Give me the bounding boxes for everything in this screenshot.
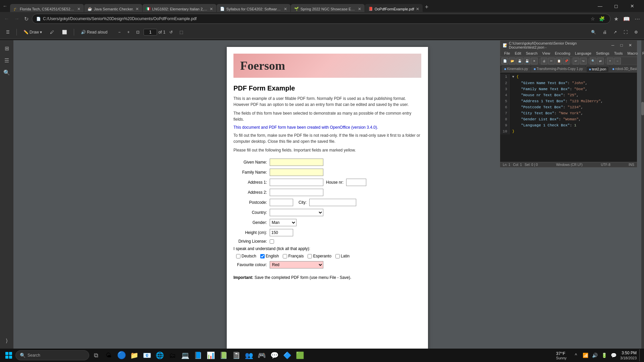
tray-network[interactable]: 📶	[581, 351, 589, 359]
taskbar-steam[interactable]: 🎮	[256, 349, 268, 361]
menu-file[interactable]: File	[502, 51, 512, 56]
npp-close[interactable]: ✕	[531, 58, 538, 64]
extensions-icon[interactable]: 🧩	[598, 15, 606, 22]
forward-button[interactable]: →	[13, 14, 21, 23]
sidebar-bookmarks[interactable]: ☰	[1, 55, 12, 66]
menu-tools[interactable]: Tools	[612, 51, 625, 56]
city-input[interactable]	[309, 199, 356, 206]
search-pdf-button[interactable]: 🔍	[588, 29, 599, 36]
taskbar-excel[interactable]: 📗	[217, 349, 229, 361]
read-aloud-button[interactable]: 🔊 Read aloud	[78, 29, 110, 36]
highlight-button[interactable]: 🖊	[47, 29, 57, 36]
start-button[interactable]	[3, 349, 15, 361]
taskbar-search[interactable]: 🔍 Search	[15, 350, 89, 360]
tab-6-active[interactable]: 📕 OoPdfFormExample.pdf ✕	[365, 4, 423, 12]
gender-select[interactable]: Man Woman	[270, 219, 297, 226]
notepad-minimize[interactable]: ─	[609, 42, 617, 49]
menu-search[interactable]: Search	[524, 51, 540, 56]
tab4-close[interactable]: ✕	[284, 7, 287, 11]
english-checkbox[interactable]	[260, 254, 265, 258]
tray-notifications[interactable]: 💬	[609, 351, 618, 359]
given-name-input[interactable]	[270, 159, 323, 166]
francais-checkbox[interactable]	[283, 254, 287, 258]
taskbar-terminal[interactable]: 💻	[179, 349, 191, 361]
country-select[interactable]	[270, 209, 323, 216]
tab2-close[interactable]: ✕	[136, 7, 139, 11]
height-input[interactable]	[270, 229, 293, 236]
tab1-close[interactable]: ✕	[77, 7, 80, 11]
tab-2[interactable]: ☕ Java Semantic Checker. ✕	[84, 4, 142, 12]
code-editor[interactable]: 1 ▼ { 2 "Given Name Text Box": "John", 3…	[500, 72, 637, 162]
erase-button[interactable]: ⬜	[59, 29, 70, 36]
npp-save-all[interactable]: 💾	[524, 58, 530, 64]
address-input[interactable]: 📄 C:/Users/gokyl/Documents/Senior%20Desi…	[32, 14, 610, 24]
tab-3[interactable]: 🇮🇹 LNG1602: Elementary Italian 2, S... ✕	[143, 4, 216, 12]
menu-view[interactable]: View	[540, 51, 552, 56]
npp-undo[interactable]: ↩	[573, 58, 579, 64]
share-button[interactable]: ↗	[611, 29, 620, 36]
show-desktop[interactable]	[639, 349, 641, 361]
fit-page-button[interactable]: ⊡	[133, 29, 142, 36]
zoom-in-button[interactable]: +	[124, 29, 132, 36]
tab-5[interactable]: 🌱 Spring 2022 NGC Showcase Ebo... ✕	[291, 4, 365, 12]
tab3-close[interactable]: ✕	[210, 7, 213, 11]
pdf-scrollbar[interactable]	[641, 40, 644, 349]
family-name-input[interactable]	[270, 169, 323, 176]
npp-copy[interactable]: 📋	[555, 58, 562, 64]
menu-language[interactable]: Language	[573, 51, 593, 56]
taskbar-taskview[interactable]: ⧉	[90, 349, 102, 361]
taskbar-teams[interactable]: 👥	[243, 349, 255, 361]
driving-license-checkbox[interactable]	[270, 239, 274, 244]
tab5-close[interactable]: ✕	[358, 7, 361, 11]
sidebar-toggle-button[interactable]: ☰	[3, 29, 12, 36]
taskbar-folder[interactable]: 🗂	[166, 349, 178, 361]
tab6-close[interactable]: ✕	[416, 7, 419, 11]
new-tab-button[interactable]: +	[423, 2, 431, 12]
npp-zoom-out[interactable]: −	[614, 58, 621, 64]
deutsch-checkbox[interactable]	[236, 254, 240, 258]
taskbar-app2[interactable]: 🟩	[294, 349, 306, 361]
latin-checkbox[interactable]	[335, 254, 340, 258]
tray-chevron[interactable]: ^	[572, 351, 580, 359]
menu-settings[interactable]: Settings	[594, 51, 611, 56]
npp-open[interactable]: 📂	[509, 58, 516, 64]
menu-encoding[interactable]: Encoding	[553, 51, 572, 56]
draw-button[interactable]: ✏️ Draw ▾	[21, 29, 45, 36]
menu-run[interactable]: Run	[640, 51, 644, 56]
npp-redo[interactable]: ↪	[580, 58, 587, 64]
clock[interactable]: 3:50 PM 3/18/2023	[620, 351, 637, 360]
notepad-close[interactable]: ✕	[626, 42, 634, 49]
page-number-input[interactable]	[144, 29, 157, 36]
close-button[interactable]: ✕	[625, 0, 640, 12]
sidebar-thumbnails[interactable]: ⊞	[1, 43, 12, 54]
npp-tab-transforming[interactable]: ■ Transforming-Points-Copy 1.py	[531, 66, 586, 72]
taskbar-word[interactable]: 📘	[192, 349, 204, 361]
npp-tab-test2[interactable]: ■ test2.json	[586, 66, 609, 72]
npp-find[interactable]: 🔍	[590, 58, 596, 64]
reading-view-button[interactable]: 📖	[622, 14, 631, 23]
tab-4[interactable]: 📄 Syllabus for CSE4202: Software ... ✕	[217, 4, 290, 12]
taskbar-onenote[interactable]: 📓	[230, 349, 242, 361]
taskbar-vs[interactable]: 🔷	[281, 349, 293, 361]
taskbar-chrome[interactable]: 🌐	[154, 349, 166, 361]
esperanto-checkbox[interactable]	[308, 254, 312, 258]
taskbar-ppt[interactable]: 📊	[205, 349, 217, 361]
print-button[interactable]: 🖨	[600, 29, 609, 36]
back-button[interactable]: ←	[3, 14, 11, 23]
npp-tab-kinematics[interactable]: ■ Kinematics.py	[501, 66, 531, 72]
scrollbar-thumb[interactable]	[641, 102, 644, 115]
more-options-button[interactable]: ⋯	[633, 14, 641, 23]
weather-widget[interactable]: 37°F Sunny	[553, 351, 569, 360]
npp-paste[interactable]: 📌	[563, 58, 570, 64]
fit-width-button[interactable]: ⬚	[177, 29, 186, 36]
rotate-button[interactable]: ↺	[167, 29, 175, 36]
notepad-maximize[interactable]: □	[618, 42, 626, 49]
zoom-out-button[interactable]: −	[115, 29, 123, 36]
favourite-colour-select[interactable]: Red Blue Green	[270, 261, 323, 268]
npp-replace[interactable]: ⇄	[597, 58, 604, 64]
postcode-input[interactable]	[270, 199, 293, 206]
npp-tab-robot3d[interactable]: ■ robot-3D_Basic.py	[609, 66, 637, 72]
tab-back-icon[interactable]: ←	[1, 3, 9, 9]
address1-input[interactable]	[270, 179, 323, 186]
taskbar-outlook[interactable]: 📧	[141, 349, 153, 361]
